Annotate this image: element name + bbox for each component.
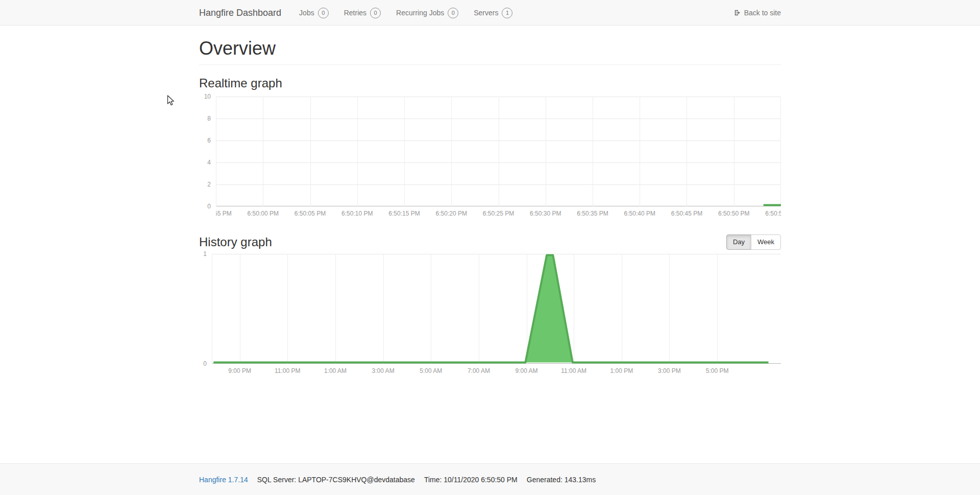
back-to-site-label: Back to site: [744, 9, 781, 17]
realtime-plot-area: [216, 97, 781, 206]
history-x-axis: 9:00 PM11:00 PM1:00 AM3:00 AM5:00 AM7:00…: [212, 367, 781, 376]
history-chart: 019:00 PM11:00 PM1:00 AM3:00 AM5:00 AM7:…: [199, 254, 781, 379]
x-tick-label: 6:50:50 PM: [718, 210, 749, 217]
x-tick-label: 6:50:00 PM: [248, 210, 279, 217]
retries-count-badge: 0: [370, 8, 381, 18]
x-tick-label: 9:00 PM: [228, 367, 251, 374]
y-tick-label: 8: [199, 114, 211, 123]
x-tick-label: 6:50:40 PM: [624, 210, 655, 217]
x-tick-label: 5:00 AM: [420, 367, 442, 374]
nav-item-retries[interactable]: Retries 0: [336, 0, 388, 26]
x-tick-label: 7:00 AM: [468, 367, 490, 374]
y-tick-label: 0: [199, 360, 207, 368]
brand-link[interactable]: Hangfire Dashboard: [199, 8, 281, 18]
y-tick-label: 4: [199, 158, 211, 167]
x-tick-label: 3:00 PM: [658, 367, 681, 374]
x-tick-label: 9:00 AM: [516, 367, 538, 374]
realtime-x-axis: 6:49:55 PM6:50:00 PM6:50:05 PM6:50:10 PM…: [216, 210, 781, 219]
x-tick-label: 6:50:20 PM: [436, 210, 467, 217]
realtime-chart: 02468106:49:55 PM6:50:00 PM6:50:05 PM6:5…: [199, 97, 781, 221]
servers-count-badge: 1: [502, 8, 512, 18]
realtime-series-svg: [216, 97, 781, 206]
logout-icon: [734, 9, 741, 16]
y-tick-label: 0: [199, 202, 211, 210]
server-time-info: Time: 10/11/2020 6:50:50 PM: [424, 476, 518, 484]
jobs-count-badge: 0: [318, 8, 329, 18]
history-plot-area: [212, 254, 781, 364]
history-series-succeeded: [213, 255, 768, 363]
nav-item-recurring-jobs-label: Recurring Jobs: [396, 9, 444, 17]
x-tick-label: 6:50:55 PM: [765, 210, 781, 217]
x-tick-label: 11:00 AM: [561, 367, 586, 374]
nav-item-servers[interactable]: Servers 1: [466, 0, 520, 26]
hangfire-version-link[interactable]: Hangfire 1.7.14: [199, 476, 248, 484]
nav-item-servers-label: Servers: [474, 9, 498, 17]
nav-item-jobs[interactable]: Jobs 0: [291, 0, 336, 26]
recurring-jobs-count-badge: 0: [448, 8, 458, 18]
x-tick-label: 6:50:05 PM: [295, 210, 326, 217]
footer: Hangfire 1.7.14 SQL Server: LAPTOP-7CS9K…: [0, 463, 980, 495]
main-nav: Jobs 0 Retries 0 Recurring Jobs 0 Server…: [291, 0, 520, 26]
y-tick-label: 1: [199, 250, 207, 258]
x-tick-label: 6:50:25 PM: [483, 210, 514, 217]
sql-server-info: SQL Server: LAPTOP-7CS9KHVQ@devdatabase: [257, 476, 415, 484]
history-period-toggle: Day Week: [726, 234, 781, 250]
x-tick-label: 1:00 AM: [324, 367, 347, 374]
day-button[interactable]: Day: [726, 234, 751, 250]
x-tick-label: 5:00 PM: [706, 367, 729, 374]
nav-item-recurring-jobs[interactable]: Recurring Jobs 0: [388, 0, 466, 26]
x-tick-label: 6:49:55 PM: [216, 210, 232, 217]
y-tick-label: 10: [199, 92, 211, 101]
top-navbar: Hangfire Dashboard Jobs 0 Retries 0 Recu…: [0, 0, 980, 26]
hangfire-dashboard-page: Hangfire Dashboard Jobs 0 Retries 0 Recu…: [0, 0, 980, 495]
main-content: Overview Realtime graph 02468106:49:55 P…: [191, 26, 789, 379]
y-tick-label: 2: [199, 180, 211, 188]
x-tick-label: 6:50:10 PM: [341, 210, 373, 217]
x-tick-label: 3:00 AM: [372, 367, 395, 374]
x-tick-label: 11:00 PM: [275, 367, 300, 374]
mouse-cursor: [167, 95, 176, 109]
history-series-svg: [212, 254, 781, 364]
x-tick-label: 1:00 PM: [610, 367, 633, 374]
x-tick-label: 6:50:30 PM: [530, 210, 561, 217]
x-tick-label: 6:50:35 PM: [577, 210, 608, 217]
x-tick-label: 6:50:15 PM: [388, 210, 420, 217]
history-graph-header: History graph Day Week: [199, 234, 781, 250]
back-to-site-link[interactable]: Back to site: [734, 9, 781, 17]
nav-item-retries-label: Retries: [344, 9, 366, 17]
x-tick-label: 6:50:45 PM: [671, 210, 702, 217]
nav-item-jobs-label: Jobs: [299, 9, 314, 17]
generated-time-info: Generated: 143.13ms: [527, 476, 596, 484]
history-graph-heading: History graph: [199, 235, 272, 249]
realtime-graph-heading: Realtime graph: [199, 76, 781, 90]
page-title: Overview: [199, 38, 781, 65]
y-tick-label: 6: [199, 136, 211, 145]
week-button[interactable]: Week: [751, 234, 781, 250]
